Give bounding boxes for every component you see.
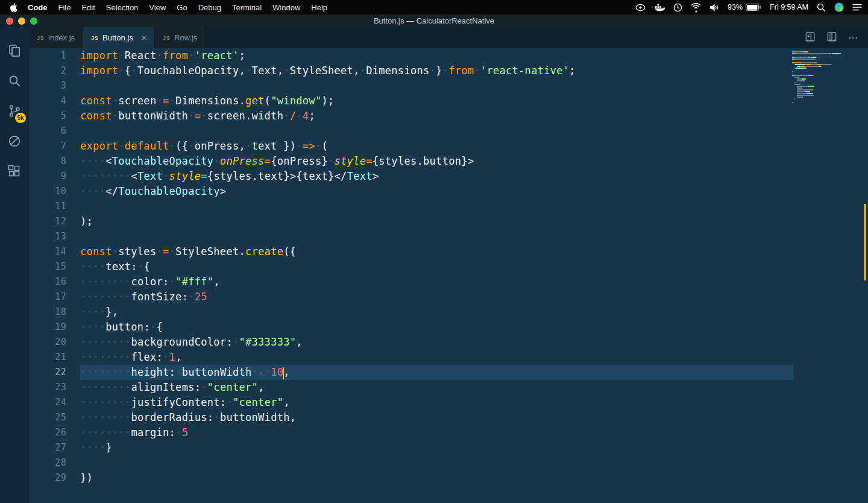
zoom-window-button[interactable] [30,17,37,25]
code-text[interactable]: ····button:·{ [80,320,793,335]
code-text[interactable] [80,199,793,214]
code-text[interactable] [80,78,793,93]
apple-menu-icon[interactable] [6,3,22,12]
menu-item-terminal[interactable]: Terminal [227,3,267,12]
code-text[interactable]: const·buttonWidth·=·screen.width·/·4; [80,109,793,124]
code-line-28: 28 [29,455,868,470]
close-window-button[interactable] [6,17,13,25]
code-line-2: 2import·{·TouchableOpacity,·Text,·StyleS… [29,63,868,78]
line-number: 26 [29,425,80,440]
code-text[interactable]: ········fontSize:·25 [80,289,793,305]
tab-button.js[interactable]: JSButton.js× [83,27,155,48]
code-text[interactable]: ); [80,214,793,229]
menu-item-debug[interactable]: Debug [193,3,227,12]
time-machine-clock-icon[interactable] [673,3,682,12]
code-line-29: 29}) [29,470,868,486]
code-text[interactable]: ········backgroundColor:·"#333333", [80,335,793,350]
code-line-12: 12); [29,214,868,229]
line-number: 23 [29,380,80,395]
battery-indicator[interactable]: 93% [728,3,761,11]
code-text[interactable]: ········alignItems:·"center", [80,380,793,395]
wifi-icon[interactable] [691,2,701,13]
minimize-window-button[interactable] [18,17,25,25]
code-text[interactable]: import·React·from·'react'; [80,48,793,63]
editor-actions: ⋯ [805,27,868,48]
code-text[interactable] [80,455,793,470]
line-number: 20 [29,335,80,350]
code-text[interactable]: ········justifyContent:·"center", [80,395,793,410]
code-text[interactable]: ····} [80,440,793,455]
menu-item-file[interactable]: File [53,3,77,12]
menubar-clock[interactable]: Fri 9:59 AM [770,3,808,11]
notification-center-icon[interactable] [852,4,862,11]
editor-layout-icon[interactable] [826,31,837,45]
javascript-file-icon: JS [37,35,44,41]
titlebar[interactable]: Button.js — CalculatorReactNative [0,14,868,27]
code-line-1: 1import·React·from·'react'; [29,48,868,63]
code-text[interactable]: ····}, [80,305,793,320]
menu-item-selection[interactable]: Selection [101,3,143,12]
line-number: 21 [29,350,80,365]
code-text[interactable]: ········height:·buttonWidth·-·10, [80,365,793,380]
line-number: 5 [29,109,80,124]
user-profile-icon[interactable] [834,2,844,12]
source-control-icon[interactable]: 5k [0,96,29,126]
tab-index.js[interactable]: JSindex.js [29,27,83,48]
minimap[interactable] [792,51,860,104]
window-title: Button.js — CalculatorReactNative [0,16,868,25]
line-number: 7 [29,139,80,154]
code-text[interactable] [80,229,793,244]
scm-badge: 5k [15,113,26,123]
code-line-24: 24········justifyContent:·"center", [29,395,868,410]
code-text[interactable]: const·styles·=·StyleSheet.create({ [80,244,793,259]
code-text[interactable]: ········<Text·style={styles.text}>{text}… [80,169,793,184]
search-icon[interactable] [0,66,29,96]
line-number: 11 [29,199,80,214]
code-line-21: 21········flex:·1, [29,350,868,365]
line-number: 28 [29,455,80,470]
code-line-4: 4const·screen·=·Dimensions.get("window")… [29,93,868,109]
debug-disabled-icon[interactable] [0,126,29,156]
code-line-15: 15····text:·{ [29,259,868,274]
code-text[interactable]: }) [80,470,793,486]
volume-icon[interactable] [709,4,719,11]
code-text[interactable]: ····</TouchableOpacity> [80,184,793,199]
code-text[interactable]: import·{·TouchableOpacity,·Text,·StyleSh… [80,63,793,78]
code-text[interactable]: ········color:·"#fff", [80,274,793,289]
code-text[interactable]: ····<TouchableOpacity·onPress={onPress}·… [80,154,793,169]
code-text[interactable]: ········flex:·1, [80,350,793,365]
tab-row.js[interactable]: JSRow.js [155,27,206,48]
code-line-22: 22········height:·buttonWidth·-·10, [29,365,868,380]
macos-menubar: CodeFileEditSelectionViewGoDebugTerminal… [0,0,868,14]
code-text[interactable]: ····text:·{ [80,259,793,274]
code-text[interactable]: ········borderRadius:·buttonWidth, [80,410,793,425]
split-editor-icon[interactable] [805,31,816,45]
menu-item-code[interactable]: Code [22,3,53,12]
overview-ruler-decoration [864,204,866,280]
code-text[interactable]: ········margin:·5 [80,425,793,440]
menu-item-help[interactable]: Help [306,3,333,12]
close-tab-icon[interactable]: × [142,34,146,42]
explorer-icon[interactable] [0,36,29,66]
code-line-20: 20········backgroundColor:·"#333333", [29,335,868,350]
vscode-window: Button.js — CalculatorReactNative [0,14,868,503]
code-text[interactable]: export·default·({·onPress,·text·})·=>·( [80,139,793,154]
code-line-18: 18····}, [29,305,868,320]
line-number: 24 [29,395,80,410]
extensions-icon[interactable] [0,156,29,186]
more-actions-icon[interactable]: ⋯ [848,32,858,43]
menu-item-edit[interactable]: Edit [76,3,100,12]
line-number: 19 [29,320,80,335]
code-text[interactable]: const·screen·=·Dimensions.get("window"); [80,93,793,109]
code-text[interactable] [80,124,793,139]
menu-item-window[interactable]: Window [267,3,306,12]
spotlight-search-icon[interactable] [817,3,826,12]
menu-item-view[interactable]: View [143,3,171,12]
battery-percent: 93% [728,3,743,11]
code-line-27: 27····} [29,440,868,455]
code-editor[interactable]: 1import·React·from·'react';2import·{·Tou… [29,48,868,503]
menubar-items: CodeFileEditSelectionViewGoDebugTerminal… [22,3,333,12]
eye-icon[interactable] [635,4,646,11]
menu-item-go[interactable]: Go [171,3,192,12]
docker-icon[interactable] [654,3,665,11]
